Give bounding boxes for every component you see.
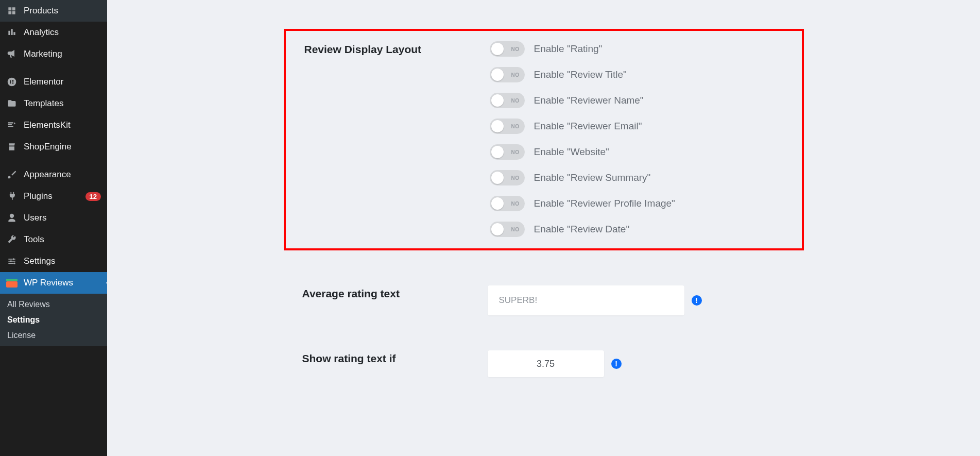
- toggle-label: Enable "Review Title": [534, 69, 627, 80]
- toggle-reviewer-name[interactable]: NO: [490, 93, 525, 108]
- sidebar-item-wp-reviews[interactable]: WP Reviews: [0, 272, 107, 294]
- sidebar-item-label: Templates: [24, 98, 101, 109]
- sidebar-item-label: Users: [24, 213, 101, 223]
- toggle-profile-image[interactable]: NO: [490, 196, 525, 211]
- show-rating-input[interactable]: [488, 350, 604, 377]
- toggle-state-text: NO: [511, 124, 520, 129]
- sidebar-item-elementor[interactable]: Elementor: [0, 71, 107, 93]
- sidebar-item-label: Appearance: [24, 170, 101, 180]
- avg-rating-input[interactable]: [488, 285, 684, 315]
- toggle-knob: [491, 94, 504, 107]
- toggle-row-review-summary: NO Enable "Review Summary": [490, 170, 675, 185]
- svg-point-3: [13, 263, 15, 264]
- plugins-update-badge: 12: [85, 192, 101, 201]
- toggle-knob: [491, 120, 504, 132]
- toggle-knob: [491, 172, 504, 184]
- toggle-knob: [491, 223, 504, 235]
- toggle-review-summary[interactable]: NO: [490, 170, 525, 185]
- wrench-icon: [6, 234, 18, 245]
- sidebar-item-tools[interactable]: Tools: [0, 229, 107, 250]
- toggle-state-text: NO: [511, 201, 520, 207]
- sidebar-item-label: Plugins: [24, 191, 79, 201]
- sidebar-item-label: ElementsKit: [24, 120, 101, 130]
- sidebar-item-label: Products: [24, 6, 101, 16]
- toggle-label: Enable "Review Date": [534, 224, 630, 235]
- toggle-state-text: NO: [511, 98, 520, 104]
- toggle-website[interactable]: NO: [490, 144, 525, 160]
- toggle-row-reviewer-name: NO Enable "Reviewer Name": [490, 93, 675, 108]
- elementor-icon: [6, 76, 18, 88]
- sidebar-item-products[interactable]: Products: [0, 0, 107, 22]
- toggle-row-review-title: NO Enable "Review Title": [490, 67, 675, 82]
- submenu-all-reviews[interactable]: All Reviews: [0, 297, 107, 312]
- average-rating-text-row: Average rating text !: [284, 271, 804, 315]
- toggle-state-text: NO: [511, 175, 520, 181]
- submenu-license[interactable]: License: [0, 328, 107, 343]
- toggle-label: Enable "Reviewer Profile Image": [534, 198, 675, 209]
- sidebar-item-marketing[interactable]: Marketing: [0, 43, 107, 65]
- toggle-row-review-date: NO Enable "Review Date": [490, 222, 675, 237]
- sidebar-item-analytics[interactable]: Analytics: [0, 22, 107, 43]
- toggle-review-title[interactable]: NO: [490, 67, 525, 82]
- sidebar-item-label: Analytics: [24, 27, 101, 38]
- toggle-state-text: NO: [511, 46, 520, 52]
- plug-icon: [6, 191, 18, 202]
- toggle-label: Enable "Reviewer Name": [534, 95, 644, 106]
- toggle-review-date[interactable]: NO: [490, 222, 525, 237]
- toggle-knob: [491, 69, 504, 81]
- toggle-label: Enable "Review Summary": [534, 172, 651, 183]
- elementskit-icon: [6, 120, 18, 131]
- sidebar-item-label: WP Reviews: [24, 278, 101, 288]
- sidebar-item-elementskit[interactable]: ElementsKit: [0, 114, 107, 136]
- toggle-label: Enable "Reviewer Email": [534, 121, 642, 132]
- user-icon: [6, 212, 18, 224]
- sidebar-item-label: ShopEngine: [24, 142, 101, 152]
- sidebar-item-label: Elementor: [24, 77, 101, 87]
- show-rating-text-if-row: Show rating text if !: [284, 336, 804, 377]
- show-rating-label: Show rating text if: [302, 350, 472, 365]
- info-icon[interactable]: !: [692, 295, 702, 306]
- sidebar-item-settings[interactable]: Settings: [0, 250, 107, 272]
- svg-point-2: [10, 260, 12, 262]
- sliders-icon: [6, 256, 18, 267]
- toggle-knob: [491, 197, 504, 210]
- sidebar-item-shopengine[interactable]: ShopEngine: [0, 136, 107, 158]
- folder-icon: [6, 98, 18, 109]
- products-icon: [6, 5, 18, 16]
- submenu-settings[interactable]: Settings: [0, 312, 107, 328]
- avg-rating-label: Average rating text: [302, 285, 472, 300]
- review-display-layout-highlight: Review Display Layout NO Enable "Rating"…: [284, 29, 804, 250]
- toggle-rating[interactable]: NO: [490, 41, 525, 57]
- section-title: Review Display Layout: [304, 41, 474, 56]
- sidebar-item-templates[interactable]: Templates: [0, 93, 107, 114]
- toggle-row-reviewer-email: NO Enable "Reviewer Email": [490, 119, 675, 134]
- sidebar-item-appearance[interactable]: Appearance: [0, 164, 107, 185]
- main-content: Review Display Layout NO Enable "Rating"…: [107, 0, 980, 456]
- toggle-reviewer-email[interactable]: NO: [490, 119, 525, 134]
- sidebar-submenu: All Reviews Settings License: [0, 294, 107, 346]
- toggle-label: Enable "Website": [534, 146, 609, 158]
- shopengine-icon: [6, 141, 18, 153]
- svg-point-1: [13, 258, 14, 260]
- toggle-list: NO Enable "Rating" NO Enable "Review Tit…: [490, 41, 675, 237]
- toggle-state-text: NO: [511, 227, 520, 232]
- admin-sidebar: Products Analytics Marketing Elementor T…: [0, 0, 107, 456]
- sidebar-item-label: Settings: [24, 256, 101, 266]
- analytics-icon: [6, 27, 18, 38]
- toggle-row-profile-image: NO Enable "Reviewer Profile Image": [490, 196, 675, 211]
- toggle-knob: [491, 146, 504, 158]
- toggle-row-website: NO Enable "Website": [490, 144, 675, 160]
- info-icon[interactable]: !: [611, 359, 622, 369]
- toggle-row-rating: NO Enable "Rating": [490, 41, 675, 57]
- toggle-knob: [491, 43, 504, 55]
- megaphone-icon: [6, 48, 18, 60]
- sidebar-item-label: Marketing: [24, 49, 101, 59]
- sidebar-item-users[interactable]: Users: [0, 207, 107, 229]
- wp-reviews-icon: [6, 277, 18, 289]
- toggle-label: Enable "Rating": [534, 43, 603, 55]
- brush-icon: [6, 169, 18, 180]
- sidebar-item-plugins[interactable]: Plugins 12: [0, 185, 107, 207]
- sidebar-item-label: Tools: [24, 234, 101, 245]
- toggle-state-text: NO: [511, 149, 520, 155]
- toggle-state-text: NO: [511, 72, 520, 78]
